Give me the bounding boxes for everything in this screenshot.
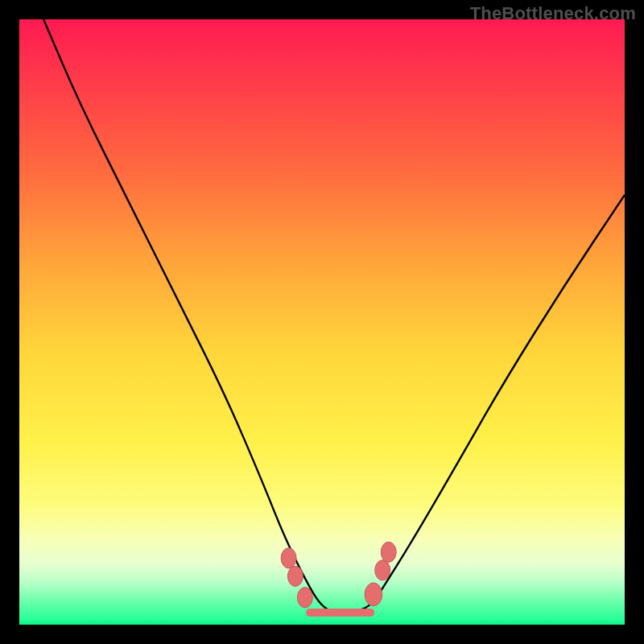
marker-group — [281, 542, 396, 608]
plot-frame: TheBottleneck.com — [0, 0, 644, 644]
marker-point — [287, 566, 303, 586]
marker-point — [281, 548, 296, 568]
chart-svg — [19, 19, 625, 625]
marker-point — [297, 588, 312, 608]
bottleneck-curve — [43, 19, 625, 613]
marker-point — [375, 560, 390, 580]
marker-point — [365, 583, 382, 606]
marker-point — [381, 542, 396, 562]
